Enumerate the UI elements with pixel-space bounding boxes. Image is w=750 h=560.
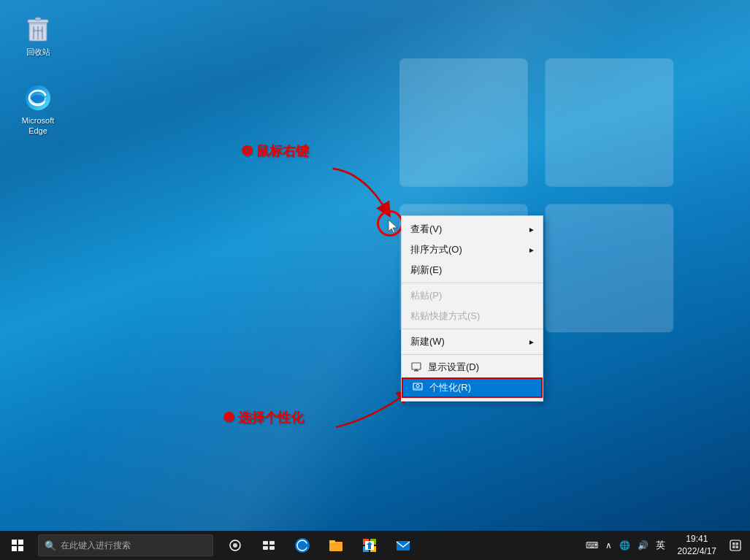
recycle-bin-image bbox=[23, 15, 53, 44]
volume-icon[interactable]: 🔊 bbox=[635, 540, 651, 551]
menu-item-new-label: 新建(W) bbox=[410, 335, 445, 348]
cursor-circle bbox=[377, 210, 403, 237]
svg-rect-40 bbox=[732, 542, 735, 545]
menu-item-paste-shortcut-label: 粘贴快捷方式(S) bbox=[410, 310, 480, 323]
menu-separator-1 bbox=[402, 283, 543, 283]
svg-rect-32 bbox=[329, 540, 335, 543]
svg-rect-15 bbox=[416, 369, 418, 371]
notification-button[interactable] bbox=[724, 531, 747, 560]
svg-rect-26 bbox=[269, 541, 275, 545]
menu-item-sort[interactable]: 排序方式(O) ► bbox=[402, 239, 543, 260]
svg-rect-21 bbox=[12, 546, 17, 551]
svg-rect-41 bbox=[736, 542, 739, 545]
svg-rect-38 bbox=[397, 541, 410, 551]
svg-rect-13 bbox=[412, 363, 421, 369]
search-icon: 🔍 bbox=[45, 540, 56, 551]
store-button[interactable] bbox=[353, 531, 386, 560]
taskbar-edge-icon bbox=[294, 537, 310, 553]
start-button[interactable] bbox=[0, 531, 35, 560]
svg-rect-28 bbox=[269, 546, 275, 550]
menu-item-view[interactable]: 查看(V) ► bbox=[402, 219, 543, 239]
windows-logo-icon bbox=[12, 540, 23, 551]
svg-point-30 bbox=[298, 545, 307, 550]
taskbar-clock[interactable]: 19:41 2022/4/17 bbox=[672, 531, 722, 560]
menu-item-new[interactable]: 新建(W) ► bbox=[402, 331, 543, 352]
keyboard-icon[interactable]: ⌨ bbox=[583, 540, 600, 551]
annotation-1: ❶ 鼠标右键 bbox=[241, 142, 309, 160]
svg-point-18 bbox=[416, 385, 419, 388]
svg-rect-3 bbox=[546, 204, 674, 333]
show-hidden-icons-button[interactable]: ∧ bbox=[603, 540, 614, 551]
desktop: 回收站 M bbox=[0, 0, 750, 560]
edge-image bbox=[23, 83, 53, 112]
annotation-2-text: ❷ 选择个性化 bbox=[223, 410, 304, 425]
edge-icon[interactable]: Microsoft Edge bbox=[12, 80, 64, 139]
svg-rect-10 bbox=[35, 18, 41, 20]
menu-item-refresh-label: 刷新(E) bbox=[410, 264, 442, 277]
task-view-button[interactable] bbox=[219, 531, 251, 560]
store-icon bbox=[361, 537, 378, 553]
svg-rect-0 bbox=[399, 58, 528, 187]
edge-label-2: Edge bbox=[28, 126, 47, 136]
svg-rect-17 bbox=[414, 388, 421, 389]
svg-point-24 bbox=[233, 543, 237, 548]
menu-separator-2 bbox=[402, 329, 543, 329]
menu-item-paste-label: 粘贴(P) bbox=[410, 289, 442, 302]
arrow-2-svg bbox=[325, 369, 413, 434]
menu-item-view-arrow: ► bbox=[528, 226, 535, 234]
svg-rect-25 bbox=[263, 541, 268, 545]
multi-window-icon bbox=[262, 540, 275, 551]
file-explorer-button[interactable] bbox=[320, 531, 352, 560]
language-label[interactable]: 英 bbox=[654, 539, 667, 552]
search-placeholder: 在此键入进行搜索 bbox=[61, 540, 131, 552]
context-menu: 查看(V) ► 排序方式(O) ► 刷新(E) 粘贴(P) 粘贴快捷方式(S) … bbox=[401, 215, 543, 402]
menu-item-personalize[interactable]: 个性化(R) bbox=[402, 377, 543, 398]
svg-rect-43 bbox=[736, 546, 739, 549]
taskbar-right-area: ⌨ ∧ 🌐 🔊 英 19:41 2022/4/17 bbox=[581, 531, 750, 560]
svg-rect-42 bbox=[732, 546, 735, 549]
taskbar-icons-group bbox=[219, 531, 419, 560]
menu-item-sort-arrow: ► bbox=[528, 246, 535, 254]
menu-item-paste-shortcut: 粘贴快捷方式(S) bbox=[402, 306, 543, 326]
svg-rect-39 bbox=[730, 540, 741, 551]
taskbar-time: 19:41 bbox=[686, 533, 708, 545]
menu-item-sort-label: 排序方式(O) bbox=[410, 243, 462, 256]
svg-rect-1 bbox=[546, 58, 674, 187]
menu-item-display[interactable]: 显示设置(D) bbox=[402, 357, 543, 377]
annotation-1-text: ❶ 鼠标右键 bbox=[241, 144, 309, 158]
taskbar-date: 2022/4/17 bbox=[678, 545, 716, 558]
menu-item-view-label: 查看(V) bbox=[410, 223, 442, 236]
edge-label-1: Microsoft bbox=[22, 115, 55, 126]
mail-button[interactable] bbox=[387, 531, 419, 560]
svg-rect-27 bbox=[263, 546, 268, 550]
annotation-2: ❷ 选择个性化 bbox=[223, 409, 304, 426]
taskbar-search[interactable]: 🔍 在此键入进行搜索 bbox=[38, 534, 213, 556]
personalize-icon bbox=[412, 382, 424, 394]
network-icon[interactable]: 🌐 bbox=[617, 540, 632, 551]
menu-item-new-arrow: ► bbox=[528, 338, 535, 346]
svg-rect-19 bbox=[12, 540, 17, 545]
recycle-bin-icon[interactable]: 回收站 bbox=[12, 12, 64, 60]
notification-icon bbox=[730, 540, 741, 551]
svg-rect-20 bbox=[18, 540, 23, 545]
mail-icon bbox=[395, 537, 411, 553]
menu-item-paste: 粘贴(P) bbox=[402, 285, 543, 306]
system-tray: ⌨ ∧ 🌐 🔊 英 bbox=[581, 539, 670, 552]
menu-item-refresh[interactable]: 刷新(E) bbox=[402, 260, 543, 280]
svg-rect-22 bbox=[18, 546, 23, 551]
task-view-icon bbox=[229, 540, 242, 551]
file-explorer-icon bbox=[328, 537, 344, 553]
recycle-bin-label: 回收站 bbox=[26, 47, 50, 57]
display-settings-icon bbox=[410, 361, 422, 373]
multi-window-button[interactable] bbox=[253, 531, 285, 560]
taskbar-edge-button[interactable] bbox=[286, 531, 318, 560]
menu-item-display-label: 显示设置(D) bbox=[428, 361, 479, 374]
menu-separator-3 bbox=[402, 354, 543, 355]
menu-item-personalize-label: 个性化(R) bbox=[429, 381, 471, 394]
taskbar: 🔍 在此键入进行搜索 bbox=[0, 531, 750, 560]
